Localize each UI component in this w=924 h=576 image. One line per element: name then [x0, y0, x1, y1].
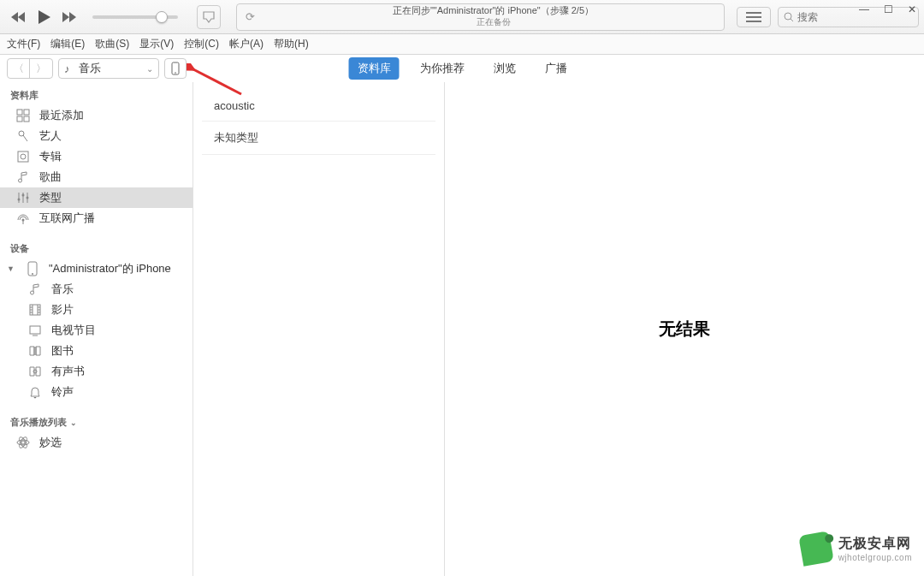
album-icon [15, 149, 31, 164]
genius-icon [15, 435, 31, 450]
bell-icon [27, 384, 43, 400]
sidebar-header-devices: 设备 [0, 239, 192, 258]
nav-back-button[interactable]: 〈 [8, 59, 30, 78]
svg-point-12 [22, 194, 25, 197]
svg-rect-3 [17, 110, 22, 115]
svg-point-17 [31, 291, 34, 294]
grid-icon [15, 108, 31, 123]
chevron-down-icon: ⌄ [70, 419, 77, 427]
sidebar-item-artists[interactable]: 艺人 [0, 126, 192, 146]
sidebar-item-device-movies[interactable]: 影片 [0, 300, 192, 320]
svg-point-16 [32, 273, 33, 275]
music-note-icon: ♪ [64, 62, 70, 75]
mic-icon [15, 128, 31, 144]
menu-controls[interactable]: 控制(C) [184, 37, 219, 51]
menu-view[interactable]: 显示(V) [139, 37, 174, 51]
list-view-button[interactable] [737, 7, 771, 27]
svg-point-0 [785, 13, 791, 20]
menu-song[interactable]: 歌曲(S) [95, 37, 129, 51]
menu-help[interactable]: 帮助(H) [274, 37, 309, 51]
search-icon [784, 12, 794, 22]
svg-point-11 [18, 199, 21, 201]
sidebar-item-label: 音乐 [51, 282, 74, 297]
sync-status-title: 正在同步""Administrator"的 iPhone"（步骤 2/5） [263, 5, 724, 17]
volume-slider[interactable] [92, 15, 178, 19]
svg-rect-6 [24, 116, 29, 122]
airplay-button[interactable] [197, 5, 221, 29]
genre-list: acoustic 未知类型 [193, 82, 445, 576]
next-track-button[interactable] [60, 8, 79, 27]
svg-point-2 [175, 72, 176, 74]
no-results-label: 无结果 [659, 318, 710, 341]
sidebar-item-genres[interactable]: 类型 [0, 187, 192, 208]
result-pane: 无结果 [445, 82, 924, 576]
nav-tabs: 资料库 为你推荐 浏览 广播 [349, 57, 576, 80]
sidebar-item-radio[interactable]: 互联网广播 [0, 208, 192, 229]
previous-track-button[interactable] [9, 8, 27, 27]
svg-rect-8 [18, 151, 28, 162]
play-button[interactable] [34, 8, 53, 27]
tab-library[interactable]: 资料库 [349, 57, 400, 80]
menu-edit[interactable]: 编辑(E) [50, 37, 85, 51]
sidebar-item-label: 妙选 [39, 435, 62, 450]
film-icon [27, 302, 43, 318]
genre-row[interactable]: 未知类型 [202, 122, 435, 155]
sidebar-item-label: 专辑 [39, 149, 62, 164]
note-icon [27, 282, 43, 297]
sidebar-item-label: 电视节目 [51, 323, 96, 338]
tv-icon [27, 323, 43, 338]
sidebar-item-albums[interactable]: 专辑 [0, 146, 192, 167]
tab-browse[interactable]: 浏览 [485, 57, 524, 80]
genre-row[interactable]: acoustic [202, 91, 435, 122]
window-close-button[interactable]: ✕ [900, 0, 924, 19]
sidebar-item-label: "Administrator"的 iPhone [49, 261, 171, 276]
player-bar: ⟳ 正在同步""Administrator"的 iPhone"（步骤 2/5） … [0, 0, 924, 34]
sidebar-item-label: 类型 [39, 190, 62, 205]
menu-bar: 文件(F) 编辑(E) 歌曲(S) 显示(V) 控制(C) 帐户(A) 帮助(H… [0, 34, 924, 55]
sidebar-item-label: 有声书 [51, 364, 85, 379]
media-type-label: 音乐 [79, 61, 101, 76]
menu-account[interactable]: 帐户(A) [229, 37, 264, 51]
menu-file[interactable]: 文件(F) [7, 37, 40, 51]
sidebar-item-genius[interactable]: 妙选 [0, 432, 192, 453]
window-minimize-button[interactable]: — [852, 0, 876, 19]
sidebar-item-label: 艺人 [39, 128, 62, 144]
sidebar-header-library: 资料库 [0, 86, 192, 105]
sidebar-item-label: 铃声 [51, 384, 74, 400]
sidebar-item-device[interactable]: ▼ "Administrator"的 iPhone [0, 258, 192, 279]
sidebar: 资料库 最近添加 艺人 专辑 歌曲 类型 互联网广播 设备 ▼ [0, 82, 193, 576]
sync-spinner-icon: ⟳ [237, 10, 263, 23]
sidebar-item-label: 影片 [51, 302, 74, 318]
sidebar-item-device-ringtones[interactable]: 铃声 [0, 382, 192, 402]
sidebar-item-label: 歌曲 [39, 169, 62, 185]
svg-point-13 [27, 197, 29, 199]
nav-history: 〈 〉 [7, 58, 53, 79]
sync-status-pane: ⟳ 正在同步""Administrator"的 iPhone"（步骤 2/5） … [236, 3, 725, 31]
svg-point-9 [21, 154, 26, 159]
watermark: 无极安卓网 wjhotelgroup.com [801, 533, 912, 564]
sidebar-item-device-audiobooks[interactable]: 有声书 [0, 361, 192, 382]
sidebar-item-label: 图书 [51, 343, 74, 359]
tuner-icon [15, 190, 31, 205]
watermark-title: 无极安卓网 [838, 535, 912, 553]
sidebar-item-recent[interactable]: 最近添加 [0, 105, 192, 126]
sidebar-item-device-books[interactable]: 图书 [0, 341, 192, 361]
sidebar-item-device-tv[interactable]: 电视节目 [0, 320, 192, 341]
window-maximize-button[interactable]: ☐ [876, 0, 900, 19]
sidebar-item-songs[interactable]: 歌曲 [0, 167, 192, 187]
disclosure-triangle-icon[interactable]: ▼ [7, 264, 15, 273]
media-type-select[interactable]: ♪ 音乐 ⌄ [58, 58, 159, 79]
sidebar-header-playlists[interactable]: 音乐播放列表 ⌄ [0, 413, 192, 432]
device-button[interactable] [164, 58, 187, 79]
tab-foryou[interactable]: 为你推荐 [412, 57, 473, 80]
tab-radio[interactable]: 广播 [536, 57, 576, 80]
note-icon [15, 169, 31, 185]
sidebar-item-device-music[interactable]: 音乐 [0, 279, 192, 300]
volume-thumb[interactable] [156, 11, 168, 23]
nav-forward-button[interactable]: 〉 [30, 59, 52, 78]
toolbar: 〈 〉 ♪ 音乐 ⌄ 资料库 为你推荐 浏览 广播 [0, 55, 924, 82]
audiobook-icon [27, 364, 43, 379]
svg-rect-19 [30, 326, 40, 334]
sidebar-item-label: 最近添加 [39, 108, 84, 123]
phone-icon [25, 261, 40, 276]
